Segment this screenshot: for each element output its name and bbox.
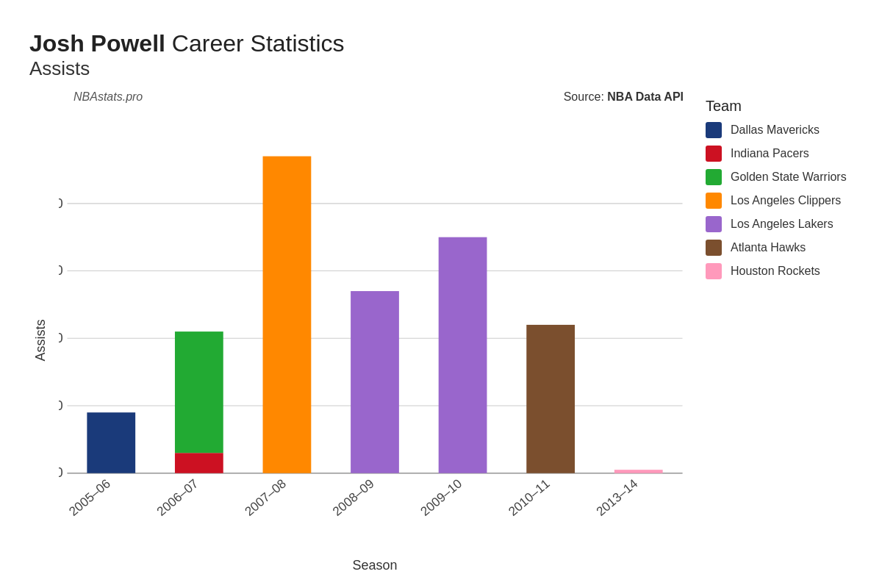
legend-color-box (706, 193, 722, 209)
bar (439, 237, 487, 473)
svg-text:0: 0 (59, 465, 63, 481)
svg-text:2007–08: 2007–08 (242, 476, 289, 519)
legend-item-label: Los Angeles Lakers (731, 218, 833, 231)
legend-color-box (706, 169, 722, 185)
sub-title: Assists (29, 57, 853, 80)
legend-item: Los Angeles Clippers (706, 193, 853, 209)
bar (351, 291, 399, 473)
chart-container: NBAstats.pro Source: NBA Data API Assist… (29, 90, 691, 573)
watermark: NBAstats.pro (74, 90, 143, 104)
legend-color-box (706, 122, 722, 138)
bar (263, 157, 312, 473)
svg-text:20: 20 (59, 330, 63, 345)
title-rest: Career Statistics (165, 30, 345, 57)
source-text: Source: NBA Data API (564, 90, 684, 104)
plot-area: Assists 0102030402005–062006–072007–0820… (29, 108, 691, 573)
legend-item-label: Dallas Mavericks (731, 123, 820, 137)
legend-color-box (706, 146, 722, 162)
legend-color-box (706, 240, 722, 256)
svg-text:2005–06: 2005–06 (66, 476, 113, 519)
legend-color-box (706, 216, 722, 232)
legend-item: Los Angeles Lakers (706, 216, 853, 232)
chart-svg: 0102030402005–062006–072007–082008–09200… (59, 108, 691, 552)
svg-text:40: 40 (59, 196, 63, 211)
legend-item-label: Atlanta Hawks (731, 241, 806, 254)
chart-area: NBAstats.pro Source: NBA Data API Assist… (29, 90, 853, 573)
legend-item-label: Indiana Pacers (731, 147, 809, 160)
legend-items: Dallas MavericksIndiana PacersGolden Sta… (706, 122, 853, 279)
grid-and-bars: 0102030402005–062006–072007–082008–09200… (59, 108, 691, 552)
bar (614, 470, 663, 474)
svg-text:2013–14: 2013–14 (593, 476, 640, 520)
source-label: Source: (564, 90, 608, 103)
legend-item: Houston Rockets (706, 263, 853, 279)
player-name: Josh Powell (29, 30, 165, 57)
bar (175, 331, 223, 453)
legend-item: Indiana Pacers (706, 146, 853, 162)
svg-text:2008–09: 2008–09 (329, 476, 376, 519)
bar (175, 453, 223, 474)
svg-text:10: 10 (59, 398, 63, 413)
legend-item-label: Houston Rockets (731, 265, 820, 278)
svg-text:2009–10: 2009–10 (417, 476, 465, 519)
x-axis-label: Season (59, 552, 691, 573)
legend-item: Golden State Warriors (706, 169, 853, 185)
legend-title: Team (706, 98, 853, 115)
legend-item-label: Los Angeles Clippers (731, 194, 841, 207)
source-bold: NBA Data API (607, 90, 684, 103)
title-area: Josh Powell Career Statistics Assists (29, 29, 853, 80)
bar (526, 325, 575, 473)
source-watermark: NBAstats.pro Source: NBA Data API (29, 90, 691, 104)
svg-text:30: 30 (59, 263, 63, 279)
bar (87, 413, 135, 474)
y-axis-label: Assists (29, 108, 51, 573)
svg-text:2006–07: 2006–07 (154, 476, 201, 519)
legend-item: Atlanta Hawks (706, 240, 853, 256)
svg-text:2010–11: 2010–11 (506, 476, 553, 519)
chart-inner: 0102030402005–062006–072007–082008–09200… (59, 108, 691, 573)
legend-item-label: Golden State Warriors (731, 171, 847, 184)
legend-color-box (706, 263, 722, 279)
legend-item: Dallas Mavericks (706, 122, 853, 138)
main-title: Josh Powell Career Statistics (29, 29, 853, 57)
legend: Team Dallas MavericksIndiana PacersGolde… (691, 90, 853, 573)
